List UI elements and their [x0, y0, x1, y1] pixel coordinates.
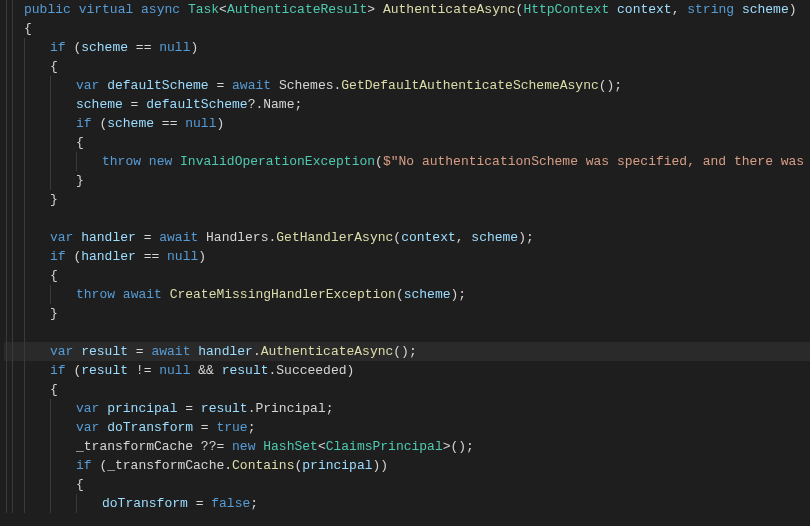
code-line[interactable]: {: [4, 57, 810, 76]
token-pun: ;: [248, 420, 256, 435]
code-line[interactable]: {: [4, 19, 810, 38]
token-pun: =: [209, 78, 232, 93]
token-pun: [141, 154, 149, 169]
token-id: result: [201, 401, 248, 416]
token-type: AuthenticateResult: [227, 2, 367, 17]
token-kw: await: [151, 344, 190, 359]
code-line[interactable]: throw new InvalidOperationException($"No…: [4, 152, 810, 171]
code-line[interactable]: }: [4, 171, 810, 190]
outline-gutter: [4, 323, 22, 342]
code-line[interactable]: var handler = await Handlers.GetHandlerA…: [4, 228, 810, 247]
outline-gutter: [4, 57, 22, 76]
outline-gutter: [4, 342, 22, 361]
code-line[interactable]: [4, 323, 810, 342]
token-kw: var: [76, 78, 99, 93]
code-line[interactable]: var defaultScheme = await Schemes.GetDef…: [4, 76, 810, 95]
token-pun: ): [347, 363, 355, 378]
token-kw: if: [50, 249, 66, 264]
code-line[interactable]: var doTransform = true;: [4, 418, 810, 437]
code-line[interactable]: {: [4, 133, 810, 152]
code-line[interactable]: var principal = result.Principal;: [4, 399, 810, 418]
token-mtd: AuthenticateAsync: [383, 2, 516, 17]
code-line[interactable]: }: [4, 190, 810, 209]
outline-gutter: [4, 38, 22, 57]
code-line[interactable]: if (handler == null): [4, 247, 810, 266]
code-line[interactable]: public virtual async Task<AuthenticateRe…: [4, 0, 810, 19]
outline-gutter: [4, 209, 22, 228]
token-mtd: CreateMissingHandlerException: [170, 287, 396, 302]
token-id: doTransform: [107, 420, 193, 435]
token-pun: >();: [443, 439, 474, 454]
code-line[interactable]: if (_transformCache.Contains(principal)): [4, 456, 810, 475]
token-pun: {: [50, 382, 58, 397]
code-content: public virtual async Task<AuthenticateRe…: [22, 0, 797, 19]
outline-gutter: [4, 266, 22, 285]
code-line[interactable]: {: [4, 475, 810, 494]
token-kw: var: [76, 401, 99, 416]
token-pun: (: [66, 363, 82, 378]
token-pun: ): [198, 249, 206, 264]
code-line[interactable]: if (result != null && result.Succeeded): [4, 361, 810, 380]
outline-gutter: [4, 0, 22, 19]
token-kw: if: [76, 458, 92, 473]
code-line[interactable]: }: [4, 304, 810, 323]
token-id: handler: [81, 249, 136, 264]
code-content: if (scheme == null): [22, 114, 224, 133]
token-type: ClaimsPrincipal: [326, 439, 443, 454]
code-line[interactable]: _transformCache ??= new HashSet<ClaimsPr…: [4, 437, 810, 456]
token-pun: ): [190, 40, 198, 55]
token-type: HttpContext: [523, 2, 609, 17]
token-pun: )): [373, 458, 389, 473]
token-pun: =: [128, 344, 151, 359]
outline-gutter: [4, 171, 22, 190]
code-line[interactable]: if (scheme == null): [4, 38, 810, 57]
outline-gutter: [4, 95, 22, 114]
token-mtd: Contains: [232, 458, 294, 473]
code-line[interactable]: if (scheme == null): [4, 114, 810, 133]
code-content: scheme = defaultScheme?.Name;: [22, 95, 302, 114]
token-type: InvalidOperationException: [180, 154, 375, 169]
token-mem: Principal: [255, 401, 325, 416]
code-content: [22, 209, 50, 228]
token-pun: (: [66, 40, 82, 55]
code-line[interactable]: scheme = defaultScheme?.Name;: [4, 95, 810, 114]
outline-gutter: [4, 475, 22, 494]
token-pun: =: [123, 97, 146, 112]
token-pun: ==: [136, 249, 167, 264]
token-pun: .: [253, 344, 261, 359]
token-kw: async: [141, 2, 180, 17]
code-line[interactable]: {: [4, 266, 810, 285]
code-editor[interactable]: public virtual async Task<AuthenticateRe…: [0, 0, 810, 526]
token-pun: [115, 287, 123, 302]
token-id: principal: [302, 458, 372, 473]
token-type: HashSet: [263, 439, 318, 454]
token-id: result: [81, 363, 128, 378]
outline-gutter: [4, 76, 22, 95]
token-id: context: [617, 2, 672, 17]
outline-gutter: [4, 247, 22, 266]
token-pun: {: [24, 21, 32, 36]
token-kw: throw: [102, 154, 141, 169]
token-pun: =: [188, 496, 211, 511]
outline-gutter: [4, 114, 22, 133]
token-type: Task: [188, 2, 219, 17]
token-kw: true: [216, 420, 247, 435]
token-kw: if: [50, 40, 66, 55]
code-line[interactable]: [4, 209, 810, 228]
token-fld: _transformCache: [107, 458, 224, 473]
code-line[interactable]: doTransform = false;: [4, 494, 810, 513]
code-content: var handler = await Handlers.GetHandlerA…: [22, 228, 534, 247]
token-pun: [172, 154, 180, 169]
token-id: context: [401, 230, 456, 245]
token-pun: !=: [128, 363, 159, 378]
code-line[interactable]: {: [4, 380, 810, 399]
token-pun: ();: [599, 78, 622, 93]
token-pun: <: [318, 439, 326, 454]
code-line[interactable]: var result = await handler.AuthenticateA…: [4, 342, 810, 361]
code-content: }: [22, 171, 84, 190]
token-mtd: AuthenticateAsync: [261, 344, 394, 359]
code-line[interactable]: throw await CreateMissingHandlerExceptio…: [4, 285, 810, 304]
token-kw: if: [76, 116, 92, 131]
outline-gutter: [4, 456, 22, 475]
token-pun: [198, 230, 206, 245]
